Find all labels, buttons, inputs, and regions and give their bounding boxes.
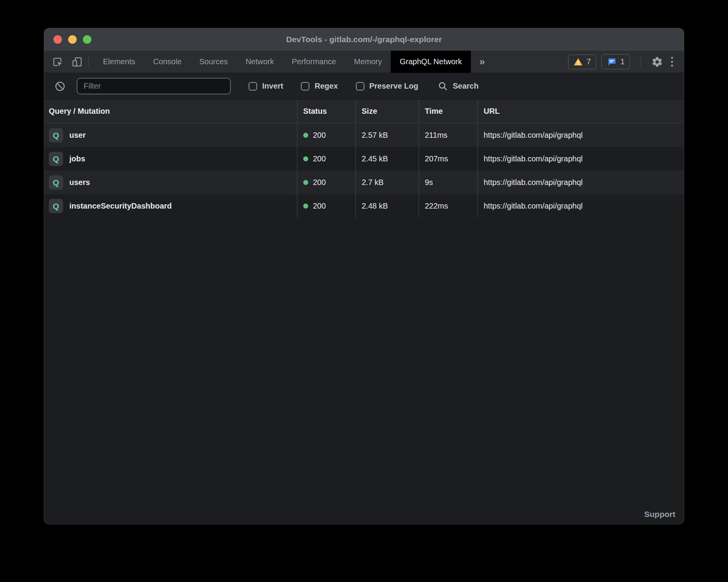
query-name: users: [69, 178, 90, 187]
column-header-query-mutation[interactable]: Query / Mutation: [44, 99, 297, 123]
issues-badge[interactable]: 1: [601, 54, 630, 69]
request-url: https://gitlab.com/api/graphql: [477, 194, 684, 218]
table-row[interactable]: Q users 200 2.7 kB 9s https://gitlab.com…: [44, 171, 684, 194]
titlebar: DevTools - gitlab.com/-/graphql-explorer: [44, 28, 684, 51]
response-size: 2.48 kB: [355, 194, 419, 218]
devtools-window: DevTools - gitlab.com/-/graphql-explorer…: [44, 28, 684, 524]
preserve-log-label: Preserve Log: [369, 82, 419, 91]
query-name: user: [69, 131, 86, 140]
block-icon[interactable]: [54, 80, 66, 92]
kebab-menu-icon[interactable]: [668, 57, 676, 67]
tab-sources[interactable]: Sources: [191, 51, 237, 73]
response-time: 9s: [419, 171, 477, 194]
device-toolbar-icon[interactable]: [71, 56, 83, 68]
panel-tabs: Elements Console Sources Network Perform…: [94, 51, 471, 73]
table-row[interactable]: Q user 200 2.57 kB 211ms https://gitlab.…: [44, 123, 684, 147]
warning-icon: [573, 57, 583, 67]
invert-label: Invert: [262, 82, 283, 91]
request-url: https://gitlab.com/api/graphql: [477, 171, 684, 194]
query-name: jobs: [69, 154, 85, 163]
column-header-status[interactable]: Status: [297, 99, 355, 123]
column-header-time[interactable]: Time: [419, 99, 477, 123]
issues-count: 1: [620, 57, 625, 66]
zoom-window-button[interactable]: [83, 35, 91, 44]
filter-input[interactable]: [77, 78, 231, 94]
tab-performance[interactable]: Performance: [283, 51, 345, 73]
column-header-url[interactable]: URL: [477, 99, 684, 123]
preserve-log-checkbox[interactable]: [356, 82, 364, 91]
support-link[interactable]: Support: [644, 510, 675, 519]
status-ok-dot: [303, 204, 308, 209]
response-time: 222ms: [419, 194, 477, 218]
status-ok-dot: [303, 156, 308, 161]
table-row[interactable]: Q jobs 200 2.45 kB 207ms https://gitlab.…: [44, 147, 684, 171]
filter-bar: Invert Regex Preserve Log Search: [44, 73, 684, 99]
inspect-element-icon[interactable]: [52, 56, 64, 68]
regex-checkbox[interactable]: [301, 82, 309, 91]
close-window-button[interactable]: [53, 35, 62, 44]
window-title: DevTools - gitlab.com/-/graphql-explorer: [44, 35, 684, 44]
query-type-badge: Q: [49, 128, 63, 142]
status-ok-dot: [303, 180, 308, 185]
warnings-badge[interactable]: 7: [568, 55, 596, 69]
tab-memory[interactable]: Memory: [345, 51, 391, 73]
table-row[interactable]: Q instanceSecurityDashboard 200 2.48 kB …: [44, 194, 684, 218]
status-ok-dot: [303, 133, 308, 138]
warnings-count: 7: [587, 57, 591, 66]
table-header: Query / Mutation Status Size Time URL: [44, 99, 684, 123]
query-name: instanceSecurityDashboard: [69, 202, 172, 211]
tab-elements[interactable]: Elements: [94, 51, 144, 73]
toolbar-left-icons: [44, 51, 83, 73]
traffic-lights: [53, 28, 91, 51]
toolbar-separator: [640, 56, 641, 67]
request-url: https://gitlab.com/api/graphql: [477, 123, 684, 147]
status-code: 200: [313, 131, 326, 140]
message-icon: [607, 57, 616, 67]
more-tabs-chevron-icon[interactable]: »: [471, 51, 493, 73]
toolbar-separator: [88, 56, 89, 67]
tab-graphql-network[interactable]: GraphQL Network: [391, 51, 470, 73]
query-type-badge: Q: [49, 152, 63, 166]
devtools-tabbar: Elements Console Sources Network Perform…: [44, 51, 684, 73]
query-type-badge: Q: [49, 175, 63, 190]
invert-checkbox[interactable]: [249, 82, 257, 91]
response-time: 211ms: [419, 123, 477, 147]
gear-icon[interactable]: [651, 56, 663, 68]
search-control[interactable]: Search: [438, 81, 479, 91]
response-size: 2.7 kB: [355, 171, 419, 194]
query-type-badge: Q: [49, 199, 63, 213]
response-size: 2.57 kB: [355, 123, 419, 147]
response-size: 2.45 kB: [355, 147, 419, 171]
toolbar-right-cluster: 7 1: [568, 51, 684, 73]
column-header-size[interactable]: Size: [355, 99, 419, 123]
status-code: 200: [313, 154, 326, 163]
search-icon: [438, 81, 448, 91]
regex-checkbox-group: Regex: [301, 82, 338, 91]
preserve-log-checkbox-group: Preserve Log: [356, 82, 419, 91]
invert-checkbox-group: Invert: [249, 82, 283, 91]
request-url: https://gitlab.com/api/graphql: [477, 147, 684, 171]
status-code: 200: [313, 178, 326, 187]
status-code: 200: [313, 202, 326, 211]
regex-label: Regex: [314, 82, 338, 91]
response-time: 207ms: [419, 147, 477, 171]
minimize-window-button[interactable]: [68, 35, 77, 44]
search-label: Search: [453, 82, 479, 91]
tab-console[interactable]: Console: [144, 51, 190, 73]
tab-network[interactable]: Network: [237, 51, 283, 73]
